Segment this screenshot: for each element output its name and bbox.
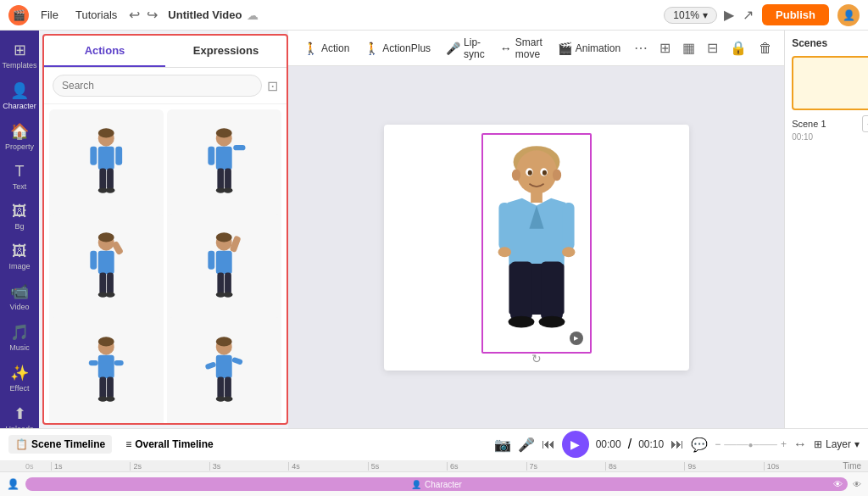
sidebar-item-music[interactable]: 🎵 Music: [3, 318, 36, 357]
svg-rect-14: [218, 169, 225, 190]
track-time-right: 👁: [853, 480, 868, 489]
undo-button[interactable]: ↩: [129, 7, 140, 23]
scene-info-1: Scene 1 +: [792, 115, 868, 132]
current-time: 00:00: [596, 438, 621, 450]
action-card-1[interactable]: [49, 109, 164, 224]
sidebar-label-text: Text: [13, 182, 27, 191]
sidebar-item-effect[interactable]: ✨ Effect: [3, 359, 36, 398]
more-icon[interactable]: ⋯: [631, 36, 651, 59]
scene-timeline-label: Scene Timeline: [31, 438, 105, 450]
character-frame[interactable]: ↻: [481, 133, 592, 354]
ruler-1s: 1s: [51, 462, 130, 471]
expand-icon[interactable]: ⊡: [267, 78, 278, 94]
toolbar-animation[interactable]: 🎬 Animation: [551, 38, 627, 59]
redo-button[interactable]: ↪: [147, 7, 158, 23]
layer-icon: ⊞: [814, 438, 822, 450]
sidebar-item-video[interactable]: 📹 Video: [3, 277, 36, 316]
zoom-control[interactable]: 101% ▾: [664, 7, 717, 24]
delete-icon[interactable]: 🗑: [755, 37, 776, 59]
track-character-icon-left: 👤: [411, 480, 421, 489]
rotate-handle[interactable]: ↻: [531, 352, 542, 365]
search-input[interactable]: [53, 75, 262, 97]
logo: 🎬: [8, 5, 29, 25]
title-area: Untitled Video ☁: [168, 8, 259, 22]
view-icon[interactable]: ▦: [679, 36, 698, 59]
share-button[interactable]: ↗: [743, 7, 754, 23]
zoom-value: 101%: [673, 9, 699, 21]
sidebar-item-character[interactable]: 👤 Character: [3, 76, 36, 115]
minus-icon[interactable]: ⊟: [704, 36, 721, 59]
tab-scene-timeline[interactable]: 📋 Scene Timeline: [8, 435, 112, 454]
caption-button[interactable]: 💬: [691, 437, 708, 453]
timeline-ruler: 0s 1s 2s 3s 4s 5s 6s 7s 8s 9s 10s Time: [0, 461, 868, 473]
time-separator: /: [628, 437, 632, 452]
sidebar-label-templates: Templates: [2, 61, 36, 70]
grid-icon[interactable]: ⊞: [656, 36, 674, 59]
svg-rect-69: [541, 261, 563, 320]
sidebar-item-text[interactable]: T Text: [3, 158, 36, 196]
action-card-2[interactable]: [167, 109, 281, 224]
total-time: 00:10: [638, 438, 664, 450]
canvas-background: ↻: [384, 125, 689, 371]
toolbar-actionplus[interactable]: 🚶 ActionPlus: [358, 38, 437, 59]
file-menu[interactable]: File: [36, 7, 64, 23]
play-corner-button[interactable]: [570, 332, 583, 345]
svg-rect-50: [218, 376, 225, 398]
templates-icon: ⊞: [14, 41, 26, 59]
video-icon: 📹: [10, 282, 29, 301]
ruler-8s: 8s: [605, 462, 684, 471]
ruler-4s: 4s: [288, 462, 367, 471]
lock-icon[interactable]: 🔒: [726, 36, 750, 59]
svg-point-10: [216, 129, 232, 138]
sidebar-label-bg: Bg: [14, 222, 24, 231]
action-card-3[interactable]: [49, 214, 164, 328]
tab-overall-timeline[interactable]: ≡ Overall Timeline: [119, 435, 220, 454]
add-scene-button[interactable]: +: [862, 115, 868, 132]
tab-actions[interactable]: Actions: [44, 36, 165, 67]
tab-expressions[interactable]: Expressions: [165, 36, 287, 67]
svg-rect-30: [209, 251, 215, 270]
svg-rect-5: [100, 169, 107, 190]
zoom-plus-icon[interactable]: +: [781, 438, 787, 450]
skip-forward-button[interactable]: ⏭: [670, 437, 684, 452]
sidebar-item-image[interactable]: 🖼 Image: [3, 237, 36, 276]
tutorials-menu[interactable]: Tutorials: [70, 7, 122, 23]
ruler-9s: 9s: [684, 462, 763, 471]
toolbar-action-label: Action: [321, 42, 349, 54]
smartmove-icon: ↔: [500, 42, 512, 55]
toolbar-action[interactable]: 🚶 Action: [297, 38, 356, 59]
scene-thumbnail-1[interactable]: [792, 56, 868, 110]
sidebar-item-property[interactable]: 🏠 Property: [3, 117, 36, 156]
play-button[interactable]: ▶: [562, 431, 589, 458]
action-icon: 🚶: [303, 42, 318, 55]
zoom-minus-icon[interactable]: −: [715, 438, 721, 450]
action-card-6[interactable]: [167, 317, 281, 423]
character-track-bar[interactable]: 👤 Character 👁: [25, 477, 848, 491]
toolbar-lipsync[interactable]: 🎤 Lip-sync: [439, 33, 492, 64]
sidebar-item-templates[interactable]: ⊞ Templates: [3, 36, 36, 75]
action-card-4[interactable]: [167, 214, 281, 328]
ruler-5s: 5s: [368, 462, 447, 471]
timeline-track-area: 0s 1s 2s 3s 4s 5s 6s 7s 8s 9s 10s Time 👤…: [0, 461, 868, 496]
camera-button[interactable]: 📷: [494, 437, 511, 453]
svg-rect-38: [98, 354, 114, 378]
canvas-area: ↻: [288, 66, 784, 428]
music-icon: 🎵: [10, 323, 29, 342]
sidebar-item-bg[interactable]: 🖼 Bg: [3, 198, 36, 236]
mic-button[interactable]: 🎤: [518, 437, 535, 453]
layer-label: Layer: [826, 438, 851, 450]
toolbar-lipsync-label: Lip-sync: [464, 36, 485, 60]
text-icon: T: [15, 163, 25, 181]
svg-rect-4: [116, 147, 123, 165]
preview-button[interactable]: ▶: [724, 7, 734, 23]
avatar[interactable]: 👤: [837, 4, 860, 26]
action-card-5[interactable]: [49, 317, 164, 423]
sidebar: ⊞ Templates 👤 Character 🏠 Property T Tex…: [0, 31, 39, 428]
publish-button[interactable]: Publish: [762, 4, 829, 25]
skip-back-button[interactable]: ⏮: [542, 437, 555, 452]
resize-button[interactable]: ↔: [793, 437, 807, 452]
toolbar-smartmove[interactable]: ↔ Smart move: [493, 33, 549, 64]
bottom-timeline: 📋 Scene Timeline ≡ Overall Timeline 📷 🎤 …: [0, 428, 868, 496]
layer-selector[interactable]: ⊞ Layer ▾: [814, 438, 860, 450]
main-area: ⊞ Templates 👤 Character 🏠 Property T Tex…: [0, 31, 868, 428]
